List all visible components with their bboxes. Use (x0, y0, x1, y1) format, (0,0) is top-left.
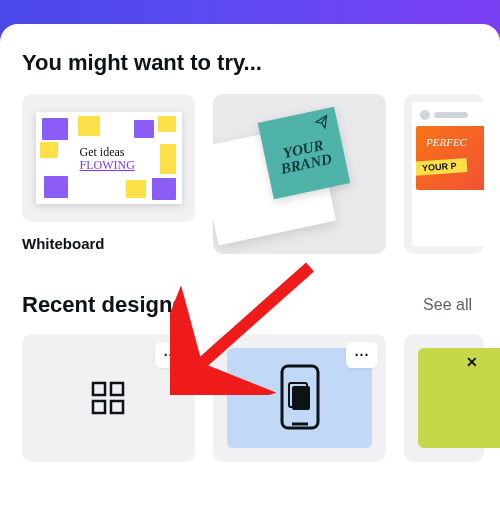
suggestion-tile-instagram[interactable]: PERFEC YOUR P Instagram Post (Square) (404, 94, 484, 254)
more-options-button[interactable]: ··· (346, 342, 378, 368)
recent-row: ··· ··· ✕ (22, 334, 500, 462)
svg-rect-0 (93, 383, 105, 395)
ig-text-banner: YOUR P (416, 158, 467, 176)
svg-rect-3 (111, 401, 123, 413)
ig-text-perfect: PERFEC (426, 136, 467, 148)
grid-icon (91, 381, 127, 415)
main-panel: You might want to try... Get ideas (0, 24, 500, 530)
suggestion-tile-logo[interactable]: YOUR BRAND Logo (213, 94, 386, 254)
recent-design-preview: ✕ (418, 348, 500, 448)
recent-design-card[interactable]: ✕ (404, 334, 484, 462)
logo-thumbnail: YOUR BRAND (213, 94, 386, 254)
recent-heading: Recent designs (22, 292, 185, 318)
suggestion-tile-whiteboard[interactable]: Get ideas FLOWING Whiteboard (22, 94, 195, 254)
more-options-button[interactable]: ··· (155, 342, 187, 368)
recent-design-card[interactable]: ··· (22, 334, 195, 462)
close-x-icon: ✕ (466, 354, 478, 370)
paper-plane-icon (314, 114, 331, 131)
whiteboard-text-line1: Get ideas (80, 146, 135, 159)
suggestion-label: Whiteboard (22, 234, 195, 254)
see-all-button[interactable]: See all (417, 295, 478, 315)
whiteboard-thumbnail: Get ideas FLOWING (22, 94, 195, 222)
recent-header: Recent designs See all (22, 292, 478, 318)
suggestions-heading: You might want to try... (22, 50, 500, 76)
instagram-thumbnail: PERFEC YOUR P (404, 94, 484, 254)
svg-rect-1 (111, 383, 123, 395)
svg-rect-2 (93, 401, 105, 413)
recent-design-card[interactable]: ··· (213, 334, 386, 462)
phone-stack-icon (278, 362, 322, 434)
whiteboard-text-line2: FLOWING (80, 159, 135, 172)
suggestions-row: Get ideas FLOWING Whiteboard YOUR BRAND (22, 94, 500, 254)
